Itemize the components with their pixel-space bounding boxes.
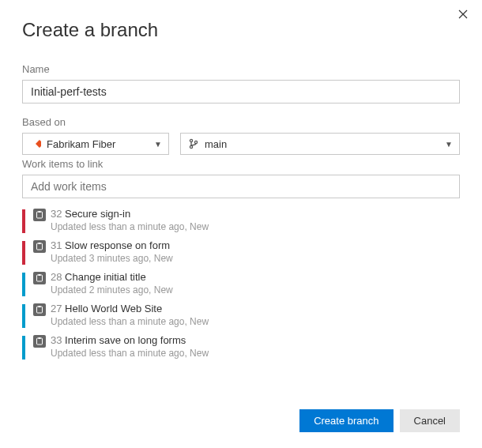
work-item-id: 33 <box>51 334 62 346</box>
work-item-type-icon <box>33 240 46 253</box>
work-item[interactable]: 28 Change initial titleUpdated 2 minutes… <box>22 268 460 299</box>
work-item[interactable]: 27 Hello World Web SiteUpdated less than… <box>22 299 460 331</box>
work-item-title: Secure sign-in <box>65 208 130 220</box>
work-item[interactable]: 33 Interim save on long formsUpdated les… <box>22 331 460 363</box>
close-button[interactable] <box>455 8 471 22</box>
work-item-body: 32 Secure sign-inUpdated less than a min… <box>51 208 460 233</box>
work-items-list: 32 Secure sign-inUpdated less than a min… <box>22 205 460 363</box>
work-items-input[interactable] <box>22 175 460 198</box>
work-item-body: 28 Change initial titleUpdated 2 minutes… <box>51 271 460 296</box>
svg-point-3 <box>194 141 197 143</box>
work-item-meta: Updated less than a minute ago, New <box>51 315 460 328</box>
branch-selected: main <box>205 138 227 150</box>
svg-rect-6 <box>37 243 43 250</box>
create-branch-button[interactable]: Create branch <box>299 409 393 432</box>
work-item-type-icon <box>33 335 46 348</box>
work-item-color-bar <box>22 209 25 233</box>
work-item-id: 28 <box>51 271 62 283</box>
work-item-body: 27 Hello World Web SiteUpdated less than… <box>51 303 460 328</box>
work-item-meta: Updated 3 minutes ago, New <box>51 252 460 265</box>
branch-name-input[interactable] <box>22 80 460 104</box>
repo-dropdown[interactable]: Fabrikam Fiber ▼ <box>22 133 169 155</box>
svg-point-2 <box>190 145 192 148</box>
close-icon <box>458 9 468 19</box>
svg-rect-9 <box>39 274 41 276</box>
svg-rect-10 <box>37 307 43 313</box>
work-item-id: 31 <box>51 239 62 251</box>
work-item[interactable]: 31 Slow response on formUpdated 3 minute… <box>22 236 460 268</box>
cancel-button[interactable]: Cancel <box>400 409 460 432</box>
branch-dropdown[interactable]: main ▼ <box>180 133 460 155</box>
svg-rect-5 <box>39 211 41 213</box>
dialog-title: Create a branch <box>22 19 460 41</box>
work-item-type-icon <box>33 303 46 316</box>
work-item-type-icon <box>33 272 46 284</box>
repo-icon <box>29 137 42 150</box>
based-on-label: Based on <box>22 116 460 128</box>
work-item-meta: Updated less than a minute ago, New <box>51 347 460 360</box>
work-item-color-bar <box>22 241 25 265</box>
work-item-body: 31 Slow response on formUpdated 3 minute… <box>51 239 460 265</box>
chevron-down-icon: ▼ <box>154 140 162 149</box>
work-item-title: Hello World Web Site <box>65 303 162 314</box>
work-item-color-bar <box>22 304 25 328</box>
branch-icon <box>187 137 200 150</box>
svg-rect-7 <box>39 243 41 244</box>
work-item-body: 33 Interim save on long formsUpdated les… <box>51 334 460 360</box>
svg-rect-4 <box>37 212 43 218</box>
svg-rect-11 <box>39 306 41 307</box>
chevron-down-icon: ▼ <box>445 140 453 149</box>
work-item-title: Slow response on form <box>65 239 170 251</box>
svg-rect-13 <box>39 337 41 339</box>
work-item-type-icon <box>33 209 46 221</box>
name-label: Name <box>22 63 460 75</box>
work-item-id: 32 <box>51 208 62 220</box>
svg-rect-12 <box>37 338 43 344</box>
work-item-id: 27 <box>51 303 62 314</box>
work-item-color-bar <box>22 336 25 360</box>
work-item-color-bar <box>22 273 25 296</box>
svg-rect-8 <box>37 275 43 281</box>
work-item-title: Interim save on long forms <box>65 334 186 346</box>
svg-rect-0 <box>36 140 41 148</box>
work-item-meta: Updated 2 minutes ago, New <box>51 284 460 296</box>
repo-selected: Fabrikam Fiber <box>47 138 115 150</box>
work-item-title: Change initial title <box>65 271 146 283</box>
work-item[interactable]: 32 Secure sign-inUpdated less than a min… <box>22 205 460 236</box>
work-item-meta: Updated less than a minute ago, New <box>51 220 460 233</box>
work-items-label: Work items to link <box>22 158 460 170</box>
svg-point-1 <box>190 139 192 141</box>
